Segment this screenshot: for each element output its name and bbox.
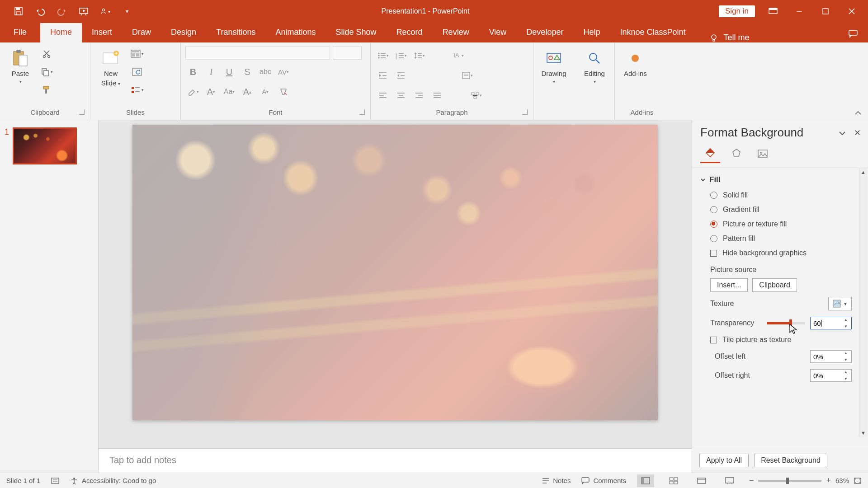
close-icon[interactable]: [844, 3, 860, 19]
signin-button[interactable]: Sign in: [719, 5, 755, 17]
justify-button[interactable]: [429, 88, 445, 103]
tab-insert[interactable]: Insert: [82, 23, 122, 42]
section-status-icon[interactable]: [51, 477, 59, 484]
undo-icon[interactable]: [35, 6, 45, 16]
pane-options-icon[interactable]: [839, 130, 846, 136]
clear-format-button[interactable]: [276, 84, 291, 99]
save-icon[interactable]: [14, 6, 24, 16]
tab-review[interactable]: Review: [433, 23, 479, 42]
font-family-select[interactable]: [185, 46, 330, 60]
apply-to-all-button[interactable]: Apply to All: [699, 454, 749, 467]
editing-button[interactable]: Editing▾: [579, 46, 610, 87]
zoom-in-icon[interactable]: +: [826, 476, 831, 485]
grow-font-button[interactable]: A▴: [240, 84, 255, 99]
normal-view-icon[interactable]: [637, 474, 654, 487]
ribbon-display-icon[interactable]: [765, 3, 781, 19]
section-icon[interactable]: ▾: [130, 84, 144, 96]
font-size-select[interactable]: [333, 46, 362, 60]
smartart-button[interactable]: ▾: [468, 88, 484, 103]
slide-canvas[interactable]: [132, 125, 658, 420]
addins-button[interactable]: Add-ins: [619, 46, 651, 80]
bold-button[interactable]: B: [185, 64, 201, 80]
slideshow-view-icon[interactable]: [721, 474, 738, 487]
check-tile-picture[interactable]: Tile picture as texture: [700, 333, 852, 347]
tab-design[interactable]: Design: [161, 23, 206, 42]
pane-tab-effects[interactable]: [726, 145, 746, 163]
fit-to-window-icon[interactable]: [854, 477, 862, 484]
minimize-icon[interactable]: [791, 3, 807, 19]
reset-slide-icon[interactable]: [130, 66, 144, 78]
tab-transitions[interactable]: Transitions: [206, 23, 265, 42]
texture-dropdown[interactable]: ▼: [828, 297, 852, 310]
tab-draw[interactable]: Draw: [122, 23, 161, 42]
notes-toggle[interactable]: Notes: [542, 477, 571, 484]
underline-button[interactable]: U: [222, 64, 237, 80]
cut-icon[interactable]: [40, 48, 53, 60]
increase-indent-button[interactable]: [393, 68, 409, 83]
pane-tab-picture[interactable]: [753, 145, 773, 163]
numbering-button[interactable]: 123▾: [393, 48, 409, 63]
radio-pattern-fill[interactable]: Pattern fill: [700, 231, 852, 246]
paste-button[interactable]: Paste ▾: [5, 46, 36, 87]
align-center-button[interactable]: [393, 88, 409, 103]
shadow-button[interactable]: S: [240, 64, 255, 80]
new-slide-button[interactable]: New Slide ▾: [95, 46, 127, 89]
user-icon[interactable]: ▾: [100, 6, 110, 16]
drawing-button[interactable]: Drawing▾: [538, 46, 570, 87]
tab-developer[interactable]: Developer: [516, 23, 573, 42]
comments-toggle-icon[interactable]: [848, 29, 858, 42]
align-text-button[interactable]: ▾: [459, 68, 475, 83]
offset-right-input[interactable]: 0%▲▼: [810, 369, 852, 382]
qat-customize-icon[interactable]: ▾: [122, 6, 132, 16]
sorter-view-icon[interactable]: [665, 474, 682, 487]
collapse-ribbon-icon[interactable]: [854, 111, 862, 116]
tab-record[interactable]: Record: [387, 23, 433, 42]
comments-toggle[interactable]: Comments: [581, 477, 626, 484]
radio-solid-fill[interactable]: Solid fill: [700, 188, 852, 202]
font-color-button[interactable]: A▾: [203, 84, 219, 99]
highlight-button[interactable]: ▾: [185, 84, 201, 99]
tab-view[interactable]: View: [479, 23, 517, 42]
decrease-indent-button[interactable]: [375, 68, 391, 83]
offset-left-input[interactable]: 0%▲▼: [810, 350, 852, 363]
accessibility-status[interactable]: Accessibility: Good to go: [70, 477, 156, 485]
pane-scrollbar[interactable]: ▲▼: [859, 168, 867, 437]
tab-file[interactable]: File: [0, 23, 40, 42]
slideshow-start-icon[interactable]: [79, 6, 89, 16]
tab-help[interactable]: Help: [573, 23, 610, 42]
zoom-out-icon[interactable]: −: [749, 476, 754, 485]
transparency-slider[interactable]: [767, 322, 805, 324]
zoom-percent[interactable]: 63%: [835, 477, 849, 484]
zoom-slider[interactable]: [758, 480, 821, 482]
slide-thumbnails-panel[interactable]: 1: [0, 120, 99, 473]
pane-close-icon[interactable]: ✕: [854, 128, 861, 138]
line-spacing-button[interactable]: ▾: [411, 48, 427, 63]
redo-icon[interactable]: [57, 6, 67, 16]
clipboard-dialog-icon[interactable]: [79, 109, 85, 115]
radio-gradient-fill[interactable]: Gradient fill: [700, 202, 852, 217]
layout-icon[interactable]: ▾: [130, 48, 144, 60]
notes-pane[interactable]: Tap to add notes: [99, 448, 692, 473]
align-left-button[interactable]: [375, 88, 391, 103]
tab-animations[interactable]: Animations: [265, 23, 326, 42]
maximize-icon[interactable]: [817, 3, 834, 19]
clipboard-picture-button[interactable]: Clipboard: [752, 278, 797, 292]
thumbnail-preview[interactable]: [13, 127, 77, 164]
thumbnail-item[interactable]: 1: [5, 127, 94, 164]
shrink-font-button[interactable]: A▾: [258, 84, 273, 99]
font-dialog-icon[interactable]: [359, 109, 365, 115]
text-direction-button[interactable]: ⅠA▾: [450, 48, 466, 63]
reading-view-icon[interactable]: [693, 474, 710, 487]
strike-button[interactable]: abc: [258, 64, 273, 80]
paragraph-dialog-icon[interactable]: [522, 109, 528, 115]
char-spacing-button[interactable]: AV▾: [276, 64, 291, 80]
slide-counter[interactable]: Slide 1 of 1: [6, 477, 40, 484]
pane-tab-fill[interactable]: [700, 145, 720, 163]
align-right-button[interactable]: [411, 88, 427, 103]
tab-slideshow[interactable]: Slide Show: [326, 23, 387, 42]
italic-button[interactable]: I: [203, 64, 219, 80]
tell-me[interactable]: Tell me: [709, 33, 750, 42]
fill-section-header[interactable]: Fill: [700, 172, 852, 188]
reset-background-button[interactable]: Reset Background: [754, 454, 827, 467]
copy-icon[interactable]: ▾: [40, 66, 53, 78]
